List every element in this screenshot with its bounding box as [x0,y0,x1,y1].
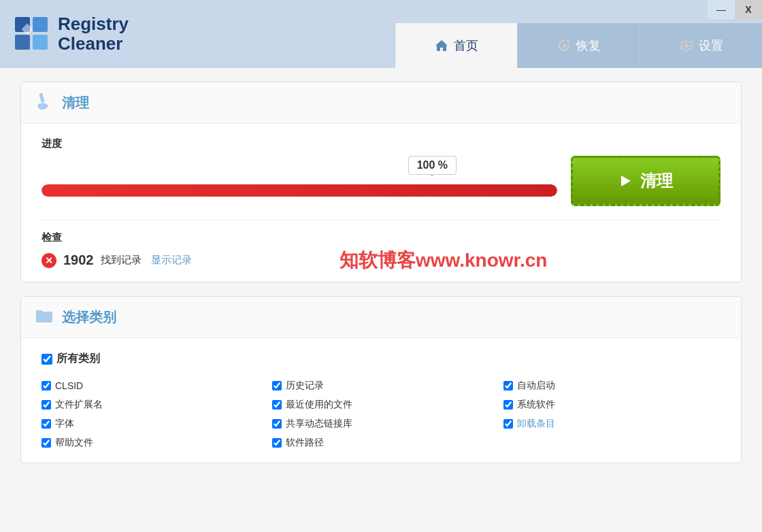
clean-button[interactable]: 清理 [571,156,720,206]
clean-body: 进度 100 % 清理 [21,124,741,282]
folder-icon [35,306,54,328]
category-syssoftware[interactable]: 系统软件 [503,399,720,411]
label-autostart: 自动启动 [517,380,555,392]
svg-marker-5 [435,40,448,51]
label-uninstall: 卸载条目 [517,418,555,430]
svg-rect-8 [39,93,44,103]
svg-rect-6 [563,44,566,48]
found-text: 找到记录 [101,254,142,267]
play-icon [618,174,632,188]
progress-area: 100 % 清理 [42,156,720,206]
progress-bar-fill [42,184,557,197]
check-label: 检查 [42,231,720,244]
nav-tabs: 首页 恢复 设置 [395,22,762,68]
label-recentfiles: 最近使用的文件 [286,399,352,411]
label-fonts: 字体 [55,418,74,430]
category-fonts[interactable]: 字体 [42,418,259,430]
restore-icon [557,39,571,52]
title-line2: Cleaner [58,34,129,54]
category-empty [503,437,720,449]
checkbox-softpath[interactable] [272,438,282,448]
category-recentfiles[interactable]: 最近使用的文件 [272,399,489,411]
label-history: 历史记录 [286,380,324,392]
checkbox-sharedlib[interactable] [272,419,282,429]
progress-left: 100 % [42,156,557,197]
checkbox-helpfiles[interactable] [42,438,51,448]
close-button[interactable]: X [735,0,762,19]
label-syssoftware: 系统软件 [517,399,555,411]
category-section: 选择类别 所有类别 CLSID 历史记录 [20,296,742,463]
checkbox-syssoftware[interactable] [503,400,513,410]
check-area: 检查 ✕ 1902 找到记录 显示记录 知软博客www.knowr.cn [42,220,720,268]
svg-rect-1 [33,17,48,32]
checkbox-recentfiles[interactable] [272,400,282,410]
category-section-header: 选择类别 [21,297,741,338]
all-categories-checkbox[interactable] [42,354,52,365]
progress-percent: 100 % [408,156,457,175]
broom-icon [35,92,54,114]
svg-rect-3 [33,35,48,50]
tab-restore[interactable]: 恢复 [517,22,640,68]
error-icon: ✕ [42,253,56,268]
progress-label: 进度 [42,137,720,150]
home-icon [435,39,448,52]
app-title: Registry Cleaner [58,14,129,53]
category-fileext[interactable]: 文件扩展名 [42,399,259,411]
clean-button-label: 清理 [640,170,673,192]
settings-icon [680,39,693,52]
label-helpfiles: 帮助文件 [55,437,93,449]
checkbox-autostart[interactable] [503,381,513,390]
all-categories-label[interactable]: 所有类别 [42,352,100,366]
svg-marker-9 [621,176,631,186]
tab-home-label: 首页 [454,37,478,54]
app-logo: Registry Cleaner [0,14,129,53]
category-sharedlib[interactable]: 共享动态链接库 [272,418,489,430]
label-clsid: CLSID [55,380,83,391]
clean-section: 清理 进度 100 % 清理 [20,82,742,282]
check-row-wrapper: ✕ 1902 找到记录 显示记录 知软博客www.knowr.cn [42,252,720,268]
checkbox-uninstall[interactable] [503,419,513,429]
category-helpfiles[interactable]: 帮助文件 [42,437,259,449]
svg-point-7 [684,44,689,48]
titlebar: Registry Cleaner 首页 恢复 设置 [0,0,762,68]
tab-restore-label: 恢复 [576,37,601,54]
category-softpath[interactable]: 软件路径 [272,437,489,449]
category-body: 所有类别 CLSID 历史记录 自动启动 [21,338,741,463]
category-clsid[interactable]: CLSID [42,380,259,392]
clean-section-title: 清理 [62,94,89,112]
label-sharedlib: 共享动态链接库 [286,418,352,430]
checkbox-history[interactable] [272,381,282,390]
minimize-button[interactable]: — [708,0,735,19]
check-result: ✕ 1902 找到记录 显示记录 [42,252,720,268]
main-content: 清理 进度 100 % 清理 [0,68,762,532]
logo-icon [14,16,51,53]
error-count: 1902 [63,252,94,268]
all-categories: 所有类别 [42,352,720,366]
progress-bar-track [42,184,557,197]
title-line1: Registry [58,14,129,34]
category-uninstall[interactable]: 卸载条目 [503,418,720,430]
label-fileext: 文件扩展名 [55,399,103,411]
category-autostart[interactable]: 自动启动 [503,380,720,392]
svg-rect-2 [15,35,30,50]
tab-settings[interactable]: 设置 [640,22,762,68]
all-categories-text: 所有类别 [56,352,100,366]
tab-home[interactable]: 首页 [395,22,517,68]
category-section-title: 选择类别 [62,308,116,327]
checkbox-fonts[interactable] [42,419,51,429]
category-history[interactable]: 历史记录 [272,380,489,392]
clean-section-header: 清理 [21,82,741,124]
clean-button-area: 清理 [571,156,720,206]
show-records-link[interactable]: 显示记录 [151,254,192,267]
checkbox-fileext[interactable] [42,400,51,410]
window-controls: — X [708,0,762,19]
tab-settings-label: 设置 [699,37,723,54]
checkbox-clsid[interactable] [42,381,51,390]
category-grid: CLSID 历史记录 自动启动 文件扩展名 最近使用的文件 [42,380,720,449]
label-softpath: 软件路径 [286,437,324,449]
